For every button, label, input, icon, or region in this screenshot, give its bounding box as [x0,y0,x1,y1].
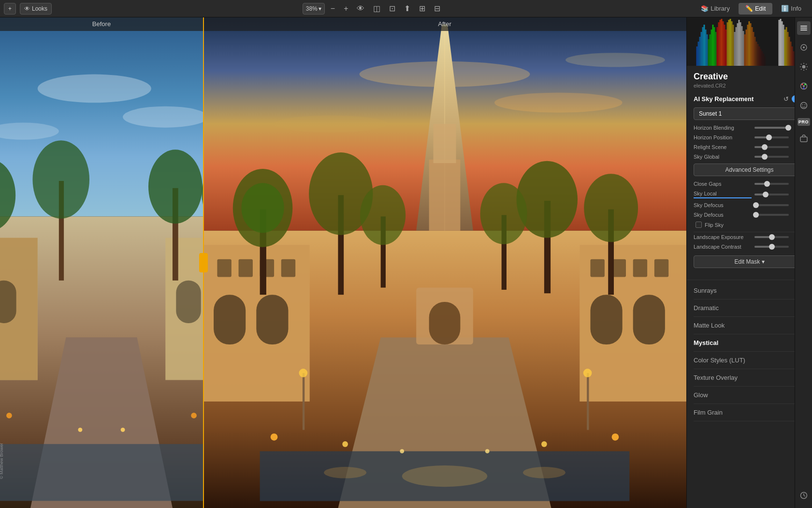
zoom-control[interactable]: 38% ▾ [303,3,325,15]
canvas-image-container[interactable]: © Matthew Brower [0,17,686,508]
compare-button[interactable]: ◫ [370,3,383,15]
tab-library[interactable]: 📚 Library [694,3,737,15]
split-handle[interactable] [199,253,208,272]
sky-defocus-track[interactable] [754,214,789,216]
zoom-in-button[interactable]: + [341,3,351,15]
grid-button[interactable]: ⊞ [416,3,428,15]
svg-rect-134 [782,21,783,66]
looks-label: Looks [32,5,47,12]
svg-point-169 [802,105,803,105]
adv-slider-track[interactable] [754,204,789,206]
flip-sky-label[interactable]: Flip Sky [705,222,724,228]
slider-row-relight-scene: Relight Scene 29 [694,144,805,150]
svg-rect-135 [783,25,784,66]
svg-rect-131 [765,56,766,66]
svg-point-29 [274,116,388,133]
menu-item-sunrays[interactable]: Sunrays [694,282,805,299]
menu-item-texture-overlay[interactable]: Texture Overlay [694,369,805,387]
slider-track[interactable] [754,146,789,148]
info-icon: ℹ️ [781,5,789,12]
svg-rect-36 [217,259,231,277]
svg-rect-84 [696,46,698,66]
crop-button[interactable]: ⊡ [386,3,398,15]
menu-item-film-grain[interactable]: Film Grain [694,404,805,421]
svg-rect-126 [757,44,759,66]
pro-label: PRO [798,120,809,124]
sky-dropdown[interactable]: Sunset 1 ▾ [694,107,805,120]
chevron-down-icon: ▾ [319,5,321,12]
svg-rect-141 [792,46,793,66]
svg-rect-107 [730,19,731,66]
slider-row-horizon-position: Horizon Position -16 [694,134,805,140]
land-slider-label: Landscape Exposure [694,234,752,240]
panel-subtitle: elevated.CR2 [694,83,805,89]
svg-rect-10 [176,281,201,323]
svg-line-162 [801,69,802,70]
looks-button[interactable]: 👁 Looks [20,3,52,15]
compare-icon: ◫ [373,4,380,13]
menu-item-mystical[interactable]: Mystical [694,334,805,352]
flip-sky-checkbox[interactable] [696,222,702,228]
tab-edit[interactable]: ✏️ Edit [739,3,772,15]
adv-slider-track[interactable] [754,194,789,195]
svg-rect-128 [760,49,762,66]
face-icon-rail[interactable] [797,99,811,112]
svg-rect-115 [741,26,743,66]
pro-badge-rail: PRO [798,118,810,126]
split-divider[interactable] [203,17,204,508]
menu-item-color-styles-(lut)[interactable]: Color Styles (LUT) [694,352,805,369]
slider-track[interactable] [754,127,789,129]
reset-icon[interactable]: ↺ [783,95,789,103]
zoom-out-button[interactable]: − [328,3,338,15]
svg-line-161 [806,64,807,65]
svg-point-72 [523,467,566,478]
after-image [203,17,686,508]
bag-icon-rail[interactable] [797,132,811,145]
svg-point-23 [191,413,197,418]
svg-point-167 [803,88,804,89]
preview-button[interactable]: 👁 [354,3,367,15]
land-slider-track[interactable] [754,246,789,248]
clock-icon-rail[interactable] [797,489,811,502]
svg-rect-127 [759,46,760,66]
svg-point-25 [121,428,125,432]
adv-slider-track[interactable] [754,183,789,185]
slider-track[interactable] [754,156,789,158]
svg-rect-118 [746,30,747,66]
light-icon-rail[interactable] [797,60,811,74]
svg-rect-47 [654,259,668,277]
layers-icon-rail[interactable] [797,21,811,35]
sliders-icon-rail[interactable] [797,41,811,54]
menu-item-glow[interactable]: Glow [694,387,805,404]
slider-label: Relight Scene [694,144,752,150]
window-icon: ⊟ [434,4,440,13]
edit-mask-button[interactable]: Edit Mask ▾ [694,255,805,268]
menu-item-matte-look[interactable]: Matte Look [694,317,805,334]
zoom-value: 38% [306,5,318,12]
main-sliders: Horizon Blending 98 Horizon Position -16… [694,125,805,160]
color-icon-rail[interactable] [797,79,811,93]
slider-label: Horizon Blending [694,125,752,131]
add-button[interactable]: + [4,3,16,15]
menu-item-dramatic[interactable]: Dramatic [694,299,805,317]
svg-rect-122 [752,27,753,66]
svg-rect-21 [0,444,203,501]
svg-point-154 [802,65,805,69]
share-button[interactable]: ⬆ [401,3,413,15]
advanced-settings-button[interactable]: Advanced Settings [694,164,805,176]
svg-rect-34 [214,295,246,344]
slider-track[interactable] [754,136,789,138]
window-button[interactable]: ⊟ [431,3,443,15]
land-slider-track[interactable] [754,236,789,238]
svg-rect-46 [633,259,647,277]
svg-point-164 [803,85,805,87]
library-label: Library [710,5,730,12]
before-image: © Matthew Brower [0,17,203,508]
tab-info[interactable]: ℹ️ Info [774,3,808,15]
svg-rect-102 [723,21,724,66]
watermark: © Matthew Brower [0,443,4,479]
eye-icon: 👁 [24,5,30,12]
svg-rect-108 [731,21,733,66]
svg-rect-171 [800,137,807,142]
svg-rect-51 [429,160,461,231]
